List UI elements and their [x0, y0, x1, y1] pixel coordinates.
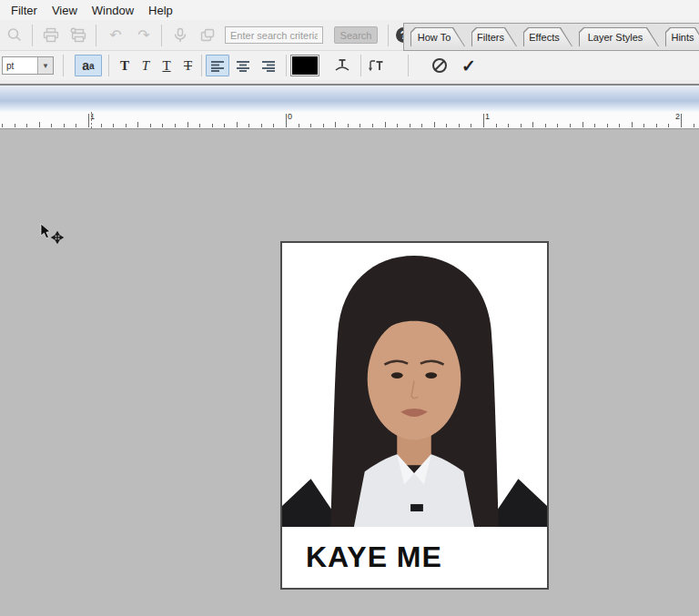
move-tool-cursor: [40, 224, 67, 247]
align-center-icon: [236, 60, 250, 72]
horizontal-ruler[interactable]: 1012: [0, 112, 699, 129]
italic-button[interactable]: T: [137, 55, 154, 76]
menu-help[interactable]: Help: [141, 2, 180, 19]
text-options-bar: pt ▼ aa T T T T: [0, 51, 699, 80]
redo-icon[interactable]: ↷: [134, 25, 154, 45]
portrait-image: [282, 243, 547, 527]
text-orientation-button[interactable]: [366, 55, 386, 76]
menu-window[interactable]: Window: [85, 2, 141, 19]
warp-text-button[interactable]: [332, 55, 352, 76]
document-title-bar[interactable]: [0, 86, 699, 112]
search-button[interactable]: Search: [334, 26, 378, 44]
tab-how-to[interactable]: How To: [410, 27, 465, 46]
tab-layer-styles[interactable]: Layer Styles: [579, 27, 659, 46]
font-size-combo[interactable]: pt ▼: [2, 56, 54, 75]
shortcut-bar: ↶ ↷ Search ? How To Filters Effects: [0, 20, 699, 51]
canvas-area[interactable]: KAYE ME: [0, 130, 699, 616]
tab-hints[interactable]: Hints: [665, 27, 699, 46]
photo-editor-window: Filter View Window Help ↶ ↷: [0, 0, 699, 616]
align-right-icon: [261, 60, 276, 72]
ruler-unit-label: 1: [485, 112, 490, 121]
cancel-icon: [431, 57, 448, 74]
palette-well: How To Filters Effects Layer Styles Hint…: [403, 23, 699, 51]
align-left-button[interactable]: [206, 55, 229, 76]
search-input[interactable]: [225, 26, 323, 44]
warp-text-icon: [334, 58, 350, 73]
font-size-value: pt: [3, 57, 37, 74]
print-icon[interactable]: [41, 25, 61, 45]
attach-email-icon[interactable]: [170, 25, 190, 45]
organizer-icon[interactable]: [198, 25, 218, 45]
chevron-down-icon[interactable]: ▼: [37, 57, 53, 74]
ruler-unit-label: 1: [90, 112, 95, 121]
search-tool-icon[interactable]: [5, 25, 25, 45]
photo-document[interactable]: KAYE ME: [280, 241, 549, 590]
menu-bar: Filter View Window Help: [0, 0, 699, 20]
commit-icon: ✓: [461, 56, 476, 76]
bold-button[interactable]: T: [116, 55, 134, 76]
align-left-icon: [210, 60, 225, 72]
underline-button[interactable]: T: [157, 55, 176, 76]
print-multiple-icon[interactable]: [68, 25, 88, 45]
undo-icon[interactable]: ↶: [106, 25, 126, 45]
align-center-button[interactable]: [231, 55, 255, 76]
align-right-button[interactable]: [257, 55, 280, 76]
photo-caption-text[interactable]: KAYE ME: [282, 527, 547, 588]
menu-filter[interactable]: Filter: [4, 2, 45, 19]
text-orientation-icon: [368, 58, 384, 73]
anti-alias-button[interactable]: aa: [75, 55, 102, 76]
ruler-unit-label: 2: [675, 112, 680, 121]
tab-filters[interactable]: Filters: [471, 27, 517, 46]
strikethrough-button[interactable]: T: [179, 55, 197, 76]
text-color-value: [292, 56, 318, 75]
tab-effects[interactable]: Effects: [523, 27, 572, 46]
ruler-unit-label: 0: [288, 112, 292, 121]
commit-edit-button[interactable]: ✓: [458, 55, 480, 76]
menu-view[interactable]: View: [45, 2, 85, 19]
text-color-swatch[interactable]: [290, 55, 319, 76]
cancel-edit-button[interactable]: [430, 55, 450, 76]
